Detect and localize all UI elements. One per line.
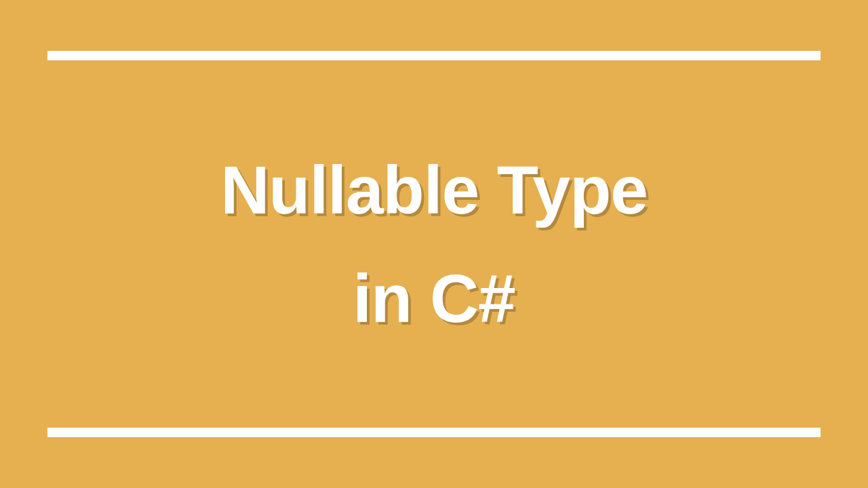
bottom-rule [47,428,821,437]
title-line-2: in C# [353,264,515,332]
title-line-1: Nullable Type [220,156,648,224]
title-container: Nullable Type in C# [220,156,648,332]
top-rule [47,51,821,60]
